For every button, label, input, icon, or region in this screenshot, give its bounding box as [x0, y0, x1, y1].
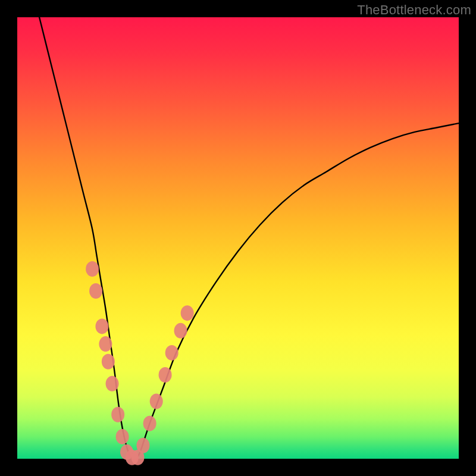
curve-marker: [165, 345, 178, 361]
curve-marker: [102, 354, 115, 369]
curve-marker: [95, 318, 108, 334]
curve-marker: [136, 438, 149, 453]
curve-marker: [181, 305, 194, 321]
curve-marker: [159, 367, 172, 383]
curve-marker: [116, 429, 129, 444]
curve-marker: [111, 407, 124, 422]
curve-marker: [150, 394, 163, 409]
curve-marker: [106, 376, 119, 392]
chart-frame: TheBottleneck.com: [0, 0, 476, 476]
watermark-text: TheBottleneck.com: [357, 2, 471, 18]
curve-marker: [89, 283, 102, 299]
curve-marker: [143, 416, 156, 431]
bottleneck-curve-svg: [17, 17, 459, 459]
curve-marker: [174, 323, 187, 339]
curve-marker: [86, 261, 99, 277]
bottleneck-curve: [39, 17, 459, 460]
curve-markers: [86, 261, 194, 465]
curve-marker: [99, 336, 112, 352]
plot-area: [17, 17, 459, 459]
